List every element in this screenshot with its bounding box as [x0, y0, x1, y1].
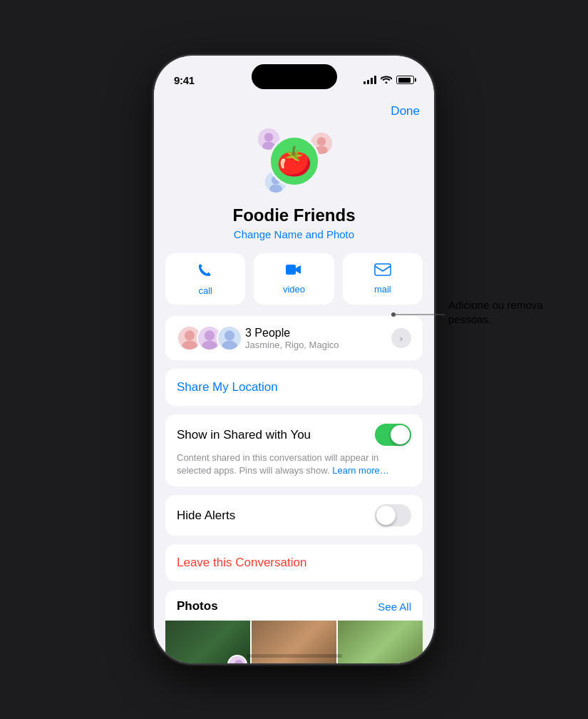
video-label: video	[283, 284, 305, 295]
call-icon	[197, 262, 213, 282]
main-content: Done	[154, 94, 434, 663]
avatar-cluster: 🍅	[255, 126, 334, 197]
mail-icon	[374, 262, 391, 280]
leave-conversation-text: Leave this Conversation	[177, 556, 306, 569]
avatar-main: 🍅	[269, 136, 320, 187]
signal-bars-icon	[363, 76, 376, 84]
wifi-icon	[381, 74, 392, 86]
svg-point-1	[264, 133, 272, 141]
change-name-link[interactable]: Change Name and Photo	[234, 228, 354, 240]
svg-point-15	[205, 330, 215, 340]
svg-point-13	[182, 341, 197, 351]
leave-conversation-section: Leave this Conversation	[165, 544, 423, 581]
video-icon	[285, 262, 302, 280]
svg-point-23	[391, 312, 396, 317]
call-label: call	[198, 285, 212, 296]
annotation-text: Adicione ou removapessoas.	[448, 299, 543, 325]
group-header: 🍅 Foodie Friends Change Name and Photo	[154, 118, 434, 253]
mail-button[interactable]: mail	[343, 253, 423, 305]
leave-conversation-cell[interactable]: Leave this Conversation	[165, 544, 423, 581]
see-all-link[interactable]: See All	[378, 601, 411, 613]
people-section: 3 People Jasmine, Rigo, Magico ›	[165, 316, 423, 360]
people-cell[interactable]: 3 People Jasmine, Rigo, Magico ›	[165, 316, 423, 360]
hide-alerts-cell: Hide Alerts	[165, 495, 423, 536]
person-avatar-3	[217, 325, 242, 351]
photos-label: Photos	[177, 599, 218, 613]
dynamic-island	[252, 64, 337, 89]
photo-thumb-3[interactable]	[338, 621, 423, 663]
group-name: Foodie Friends	[232, 205, 355, 225]
done-row: Done	[154, 94, 434, 118]
toggle-knob	[391, 425, 410, 444]
status-icons	[363, 74, 414, 86]
share-location-cell[interactable]: Share My Location	[165, 369, 423, 406]
svg-point-16	[202, 341, 217, 351]
people-names: Jasmine, Rigo, Magico	[245, 340, 391, 350]
learn-more-link[interactable]: Learn more…	[332, 465, 388, 476]
status-time: 9:41	[174, 74, 195, 86]
people-avatars	[177, 325, 237, 351]
home-indicator	[247, 654, 342, 658]
photos-header: Photos See All	[165, 590, 423, 621]
people-count: 3 People	[245, 327, 391, 340]
done-button[interactable]: Done	[391, 104, 420, 118]
photos-section: Photos See All	[165, 590, 423, 663]
hide-alerts-section: Hide Alerts	[165, 495, 423, 536]
annotation: Adicione ou removapessoas.	[448, 298, 584, 326]
photo-thumb-1[interactable]	[165, 621, 250, 663]
hide-alerts-toggle-knob	[376, 506, 396, 525]
svg-point-12	[185, 330, 195, 340]
call-button[interactable]: call	[165, 253, 245, 305]
show-shared-description: Content shared in this conversation will…	[177, 452, 411, 477]
action-buttons-row: call video	[165, 253, 423, 305]
people-chevron-button[interactable]: ›	[391, 328, 411, 348]
share-location-text: Share My Location	[177, 380, 278, 394]
share-location-section: Share My Location	[165, 369, 423, 406]
svg-point-4	[316, 137, 325, 146]
show-shared-toggle[interactable]	[375, 424, 411, 446]
people-info: 3 People Jasmine, Rigo, Magico	[245, 327, 391, 350]
show-shared-label: Show in Shared with You	[177, 428, 311, 442]
svg-rect-9	[286, 265, 296, 275]
show-shared-row: Show in Shared with You	[177, 424, 411, 446]
hide-alerts-label: Hide Alerts	[177, 509, 235, 523]
show-shared-section: Show in Shared with You Content shared i…	[165, 414, 423, 486]
svg-point-18	[225, 330, 234, 340]
svg-rect-10	[375, 264, 391, 275]
mail-label: mail	[374, 284, 391, 295]
hide-alerts-toggle[interactable]	[375, 504, 411, 526]
battery-icon	[396, 76, 414, 84]
video-button[interactable]: video	[254, 253, 334, 305]
svg-point-8	[269, 185, 282, 193]
svg-point-19	[222, 341, 237, 351]
svg-point-20	[234, 660, 243, 663]
